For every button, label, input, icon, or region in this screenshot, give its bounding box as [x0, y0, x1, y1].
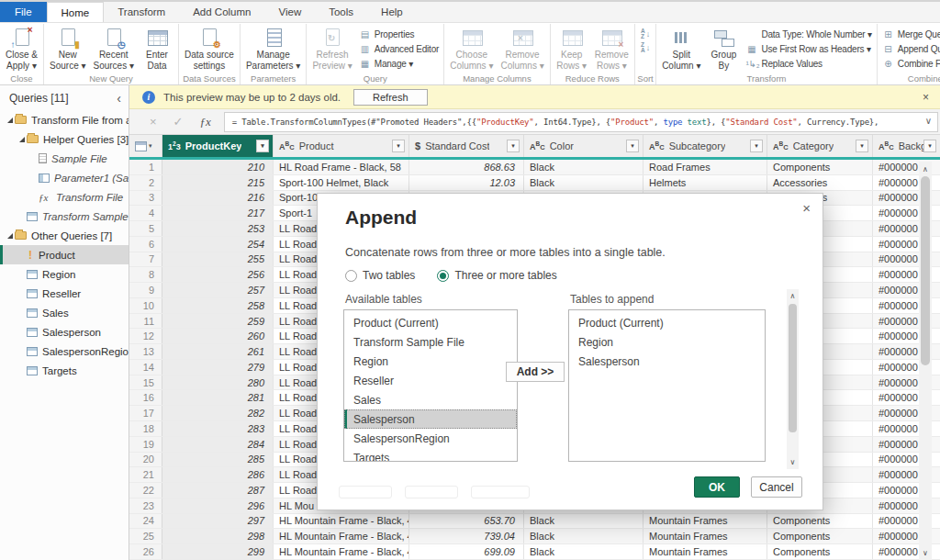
data-type-whole-number-button[interactable]: Data Type: Whole Number ▾: [744, 28, 873, 41]
refresh-button[interactable]: Refresh: [353, 89, 428, 106]
cell-rownum[interactable]: 26: [129, 544, 162, 559]
expand-caret-icon[interactable]: [17, 135, 27, 144]
filter-icon[interactable]: ▾: [750, 140, 763, 152]
cell-rownum[interactable]: 14: [129, 360, 162, 375]
query-item-transform-file-from-a[interactable]: Transform File from a...: [0, 110, 129, 129]
cell-rownum[interactable]: 8: [129, 267, 162, 282]
available-table-sales[interactable]: Sales: [344, 390, 517, 409]
available-table-reseller[interactable]: Reseller: [344, 371, 517, 390]
new-source-button[interactable]: ▮NewSource ▾: [47, 26, 88, 73]
cell-productkey[interactable]: 258: [162, 298, 274, 313]
filter-icon[interactable]: ▾: [923, 140, 936, 152]
ok-button[interactable]: OK: [694, 476, 740, 498]
tab-tools[interactable]: Tools: [315, 2, 367, 22]
tab-transform[interactable]: Transform: [104, 2, 179, 22]
cell-rownum[interactable]: 18: [129, 421, 162, 436]
cell-productkey[interactable]: 259: [162, 314, 274, 329]
combine-files-button[interactable]: ⊕Combine Files: [880, 57, 940, 71]
data-source-settings-button[interactable]: ⚙Data sourcesettings: [182, 26, 237, 73]
keep-rows-button[interactable]: KeepRows ▾: [554, 26, 590, 73]
cell-color[interactable]: Black: [524, 160, 643, 174]
cell-category[interactable]: Components: [767, 160, 873, 174]
dialog-scroll-thumb[interactable]: [789, 304, 797, 432]
cell-subcategory[interactable]: Road Frames: [643, 160, 767, 174]
scroll-thumb[interactable]: [921, 176, 930, 365]
cell-rownum[interactable]: 16: [129, 390, 162, 405]
tab-add-column[interactable]: Add Column: [179, 2, 264, 22]
cell-category[interactable]: Components: [767, 529, 873, 543]
cell-productkey[interactable]: 279: [162, 360, 274, 375]
remove-columns-button[interactable]: ×RemoveColumns ▾: [498, 26, 546, 73]
expand-formula-icon[interactable]: ∨: [925, 116, 932, 126]
column-header-category[interactable]: ABCCategory▾: [767, 135, 873, 157]
query-item-sales[interactable]: Sales: [0, 303, 129, 322]
query-item-sample-file[interactable]: Sample File: [0, 149, 129, 168]
cell-rownum[interactable]: 11: [129, 314, 162, 329]
cell-rownum[interactable]: 25: [129, 529, 162, 543]
cell-rownum[interactable]: 15: [129, 375, 162, 390]
cell-rownum[interactable]: 6: [129, 237, 162, 252]
filter-icon[interactable]: ▾: [256, 140, 269, 152]
cell-standard-cost[interactable]: 739.04: [409, 529, 524, 543]
cell-productkey[interactable]: 287: [162, 483, 274, 498]
available-table-product-current[interactable]: Product (Current): [344, 313, 517, 332]
cell-rownum[interactable]: 22: [129, 483, 162, 498]
cell-productkey[interactable]: 297: [162, 514, 274, 529]
append-table-product-current[interactable]: Product (Current): [569, 313, 765, 332]
cell-productkey[interactable]: 261: [162, 344, 274, 359]
cell-productkey[interactable]: 299: [162, 544, 274, 559]
cell-rownum[interactable]: 2: [129, 175, 162, 190]
query-item-helper-queries-3[interactable]: Helper Queries [3]: [0, 129, 129, 149]
manage-parameters-button[interactable]: ManageParameters ▾: [243, 26, 303, 73]
query-item-other-queries-7[interactable]: Other Queries [7]: [0, 226, 129, 245]
properties-button[interactable]: ▤Properties: [357, 28, 441, 41]
cell-rownum[interactable]: 23: [129, 498, 162, 513]
available-table-salesperson[interactable]: Salesperson: [344, 409, 517, 429]
radio-circle-icon[interactable]: [345, 270, 357, 282]
sort-ascending-button[interactable]: AZ↓: [638, 28, 653, 40]
close-dialog-icon[interactable]: ×: [802, 200, 811, 216]
expand-caret-icon[interactable]: [6, 231, 15, 241]
filter-icon[interactable]: ▾: [392, 140, 405, 152]
cell-standard-cost[interactable]: 699.09: [409, 544, 524, 559]
cancel-formula-icon[interactable]: ×: [129, 115, 165, 129]
cell-rownum[interactable]: 10: [129, 298, 162, 313]
choose-columns-button[interactable]: ChooseColumns ▾: [447, 26, 496, 73]
split-column-button[interactable]: SplitColumn ▾: [659, 26, 703, 73]
query-item-transform-sample-file[interactable]: Transform Sample File: [0, 207, 129, 226]
cell-category[interactable]: Components: [767, 544, 873, 559]
cell-productkey[interactable]: 298: [162, 529, 274, 543]
append-table-region[interactable]: Region: [569, 332, 765, 352]
close-apply-button[interactable]: ×↑Close &Apply ▾: [3, 26, 40, 73]
expand-caret-icon[interactable]: [6, 116, 15, 125]
sort-descending-button[interactable]: ZA↓: [638, 41, 653, 54]
column-header-productkey[interactable]: 123ProductKey▾: [162, 135, 274, 157]
cell-product[interactable]: HL Road Frame - Black, 58: [274, 160, 409, 174]
recent-sources-button[interactable]: ◷RecentSources ▾: [91, 26, 137, 73]
enter-data-button[interactable]: EnterData: [139, 26, 175, 73]
tab-home[interactable]: Home: [47, 2, 105, 22]
append-table-salesperson[interactable]: Salesperson: [569, 352, 765, 371]
query-item-transform-file[interactable]: ƒxTransform File: [0, 187, 129, 207]
column-header-standard-cost[interactable]: $Standard Cost▾: [409, 135, 524, 157]
cell-productkey[interactable]: 216: [162, 191, 274, 206]
cell-productkey[interactable]: 281: [162, 390, 274, 405]
column-header-product[interactable]: ABCProduct▾: [274, 135, 409, 157]
available-table-salespersonregion[interactable]: SalespersonRegion: [344, 429, 517, 448]
column-header-subcategory[interactable]: ABCSubcategory▾: [643, 135, 767, 157]
dialog-scroll-up-icon[interactable]: ∧: [787, 290, 799, 302]
add-button[interactable]: Add >>: [506, 362, 565, 382]
cancel-button[interactable]: Cancel: [751, 476, 802, 498]
group-by-button[interactable]: GroupBy: [705, 26, 742, 73]
formula-input[interactable]: = Table.TransformColumnTypes(#"Promoted …: [224, 112, 938, 132]
cell-category[interactable]: Accessories: [767, 175, 873, 190]
cell-productkey[interactable]: 215: [162, 175, 274, 190]
cell-standard-cost[interactable]: 12.03: [409, 175, 524, 190]
cell-rownum[interactable]: 4: [129, 206, 162, 220]
cell-rownum[interactable]: 21: [129, 467, 162, 482]
tab-file[interactable]: File: [0, 2, 47, 22]
merge-queries-button[interactable]: ⊞Merge Queries ▾: [880, 28, 940, 41]
cell-productkey[interactable]: 253: [162, 221, 274, 236]
cell-color[interactable]: Black: [524, 544, 643, 559]
cell-rownum[interactable]: 20: [129, 453, 162, 467]
